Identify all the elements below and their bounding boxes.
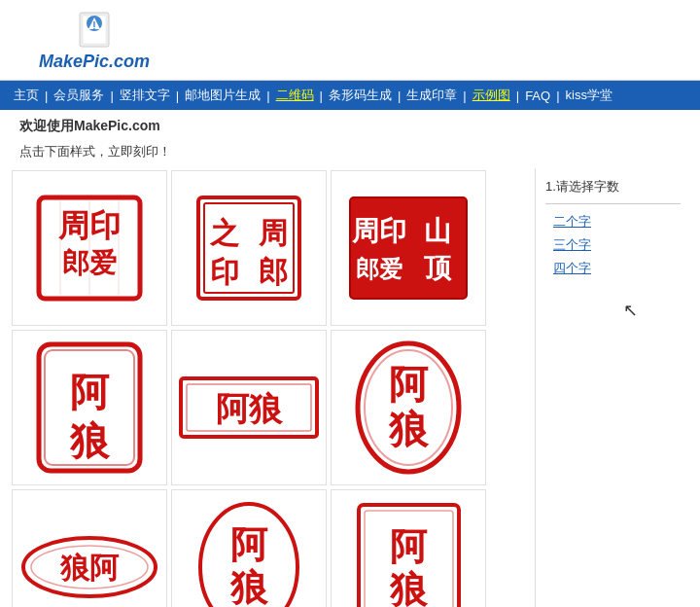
header: MakePic.com	[0, 0, 700, 81]
svg-text:阿: 阿	[390, 526, 428, 567]
sidebar-option-3chars[interactable]: 三个字	[545, 233, 681, 257]
nav-item-kiss[interactable]: kiss学堂	[562, 85, 616, 106]
svg-text:郎爱: 郎爱	[356, 256, 402, 282]
svg-text:狼: 狼	[389, 569, 429, 607]
svg-text:狼: 狼	[388, 408, 430, 451]
stamp-7[interactable]: 狼阿	[12, 489, 167, 607]
stamp-8[interactable]: 阿 狼	[171, 489, 327, 607]
subtitle: 点击下面样式，立即刻印！	[0, 143, 700, 168]
stamp-6[interactable]: 阿 狼	[331, 330, 486, 485]
main-content: 周印 郎爱 之 印 周 郎	[0, 168, 700, 607]
svg-text:狼: 狼	[69, 419, 111, 463]
stamp-row-1: 周印 郎爱 之 印 周 郎	[10, 168, 535, 328]
stamp-9[interactable]: 阿 狼	[331, 489, 486, 607]
svg-text:周: 周	[258, 217, 288, 249]
svg-text:狼阿: 狼阿	[59, 552, 120, 584]
nav-item-qr[interactable]: 二维码	[272, 85, 318, 106]
nav-item-member[interactable]: 会员服务	[50, 85, 108, 106]
logo-text: MakePic.com	[39, 52, 150, 72]
svg-text:阿: 阿	[70, 371, 110, 414]
svg-point-5	[93, 28, 95, 30]
stamp-row-3: 狼阿 阿 狼 阿 狼	[10, 487, 535, 607]
svg-text:山: 山	[424, 216, 451, 246]
nav-item-vertical[interactable]: 竖排文字	[116, 85, 174, 106]
svg-text:狼: 狼	[229, 567, 269, 608]
cursor-indicator: ↖	[623, 300, 681, 321]
sidebar-divider	[545, 203, 681, 204]
svg-text:郎: 郎	[259, 256, 288, 288]
nav-item-faq[interactable]: FAQ	[521, 87, 554, 105]
stamp-1[interactable]: 周印 郎爱	[12, 170, 167, 326]
nav-item-photo[interactable]: 邮地图片生成	[181, 85, 264, 106]
nav-bar: 主页 | 会员服务 | 竖排文字 | 邮地图片生成 | 二维码 | 条形码生成 …	[0, 81, 700, 110]
stamps-area: 周印 郎爱 之 印 周 郎	[10, 168, 535, 607]
sidebar-option-2chars[interactable]: 二个字	[545, 210, 681, 233]
stamp-5[interactable]: 阿狼	[171, 330, 327, 485]
svg-text:阿狼: 阿狼	[216, 391, 284, 427]
sidebar: 1.请选择字数 二个字 三个字 四个字 ↖	[535, 168, 690, 607]
svg-text:周印: 周印	[351, 216, 406, 246]
nav-item-home[interactable]: 主页	[10, 85, 43, 106]
svg-rect-19	[350, 197, 467, 299]
stamp-4[interactable]: 阿 狼	[12, 330, 167, 485]
sidebar-option-4chars[interactable]: 四个字	[545, 257, 681, 280]
nav-item-barcode[interactable]: 条形码生成	[325, 85, 396, 106]
svg-text:阿: 阿	[230, 524, 268, 565]
logo-area: MakePic.com	[39, 8, 150, 72]
welcome-title: 欢迎使用MakePic.com	[0, 110, 700, 143]
svg-text:阿: 阿	[389, 363, 429, 407]
svg-text:之: 之	[209, 217, 240, 249]
nav-item-examples[interactable]: 示例图	[469, 85, 514, 106]
stamp-row-2: 阿 狼 阿狼 阿 狼	[10, 328, 535, 487]
stamp-3[interactable]: 周印 郎爱 山 顶	[331, 170, 486, 326]
nav-item-stamp[interactable]: 生成印章	[402, 85, 461, 106]
svg-text:印: 印	[210, 256, 239, 288]
svg-text:顶: 顶	[424, 253, 452, 283]
logo-icon	[75, 8, 114, 52]
stamp-2[interactable]: 之 印 周 郎	[171, 170, 327, 326]
sidebar-title: 1.请选择字数	[545, 178, 681, 196]
